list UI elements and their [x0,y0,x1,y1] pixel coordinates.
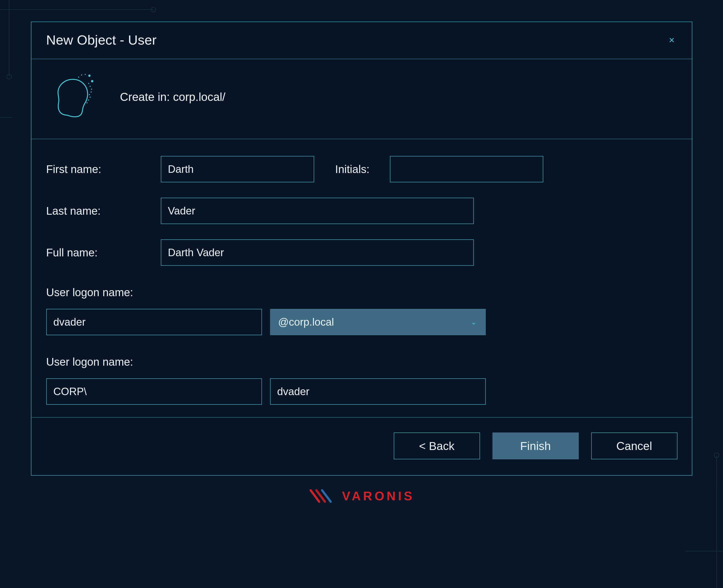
last-name-label: Last name: [46,204,149,217]
upn-input[interactable] [46,309,262,335]
varonis-mark-icon [308,488,337,504]
cancel-button[interactable]: Cancel [591,433,678,459]
svg-point-0 [151,7,156,12]
first-name-input[interactable] [161,156,314,182]
upn-label: User logon name: [46,286,677,299]
nt-username-input[interactable] [270,378,486,405]
first-name-label: First name: [46,163,149,176]
initials-label: Initials: [335,163,378,176]
dialog-title: New Object - User [46,32,157,48]
svg-point-3 [88,75,90,77]
dialog-titlebar: New Object - User × [32,22,692,59]
svg-point-2 [714,453,719,458]
dialog-footer: < Back Finish Cancel [32,418,692,475]
brand-logo: VARONIS [27,488,696,504]
user-head-icon [46,69,101,124]
full-name-label: Full name: [46,246,149,259]
nt-logon-label: User logon name: [46,355,677,368]
back-button[interactable]: < Back [394,433,480,459]
chevron-down-icon: ⌄ [471,318,477,326]
svg-point-1 [7,74,12,79]
new-user-dialog: New Object - User × Create in: corp.loca… [31,22,692,476]
full-name-input[interactable] [161,239,474,266]
user-form: First name: Initials: Last name: Full na… [32,139,692,418]
initials-input[interactable] [390,156,543,182]
brand-name: VARONIS [342,489,415,503]
nt-domain-input[interactable] [46,378,262,405]
svg-point-4 [91,80,93,82]
create-in-label: Create in: corp.local/ [120,90,226,104]
close-icon[interactable]: × [666,34,677,46]
finish-button[interactable]: Finish [493,433,579,459]
last-name-input[interactable] [161,198,474,224]
upn-domain-selected: @corp.local [278,316,334,328]
upn-domain-select[interactable]: @corp.local ⌄ [270,309,486,335]
create-in-row: Create in: corp.local/ [32,59,692,139]
